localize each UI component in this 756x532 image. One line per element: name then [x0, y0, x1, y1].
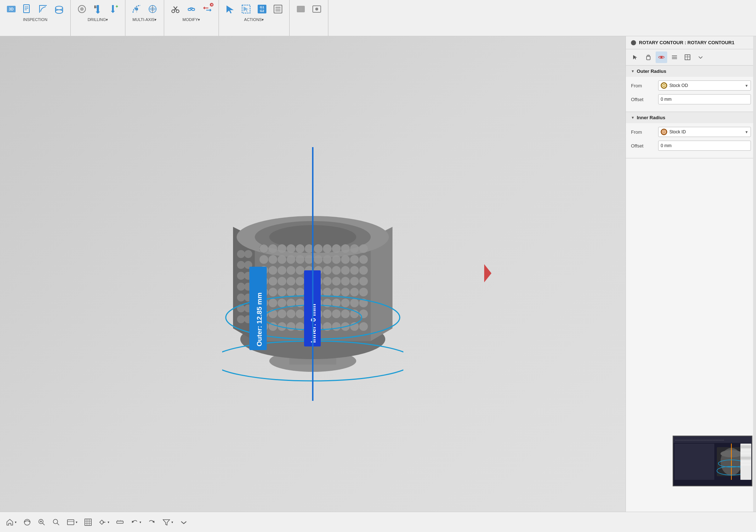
drill-add-btn[interactable]: +	[107, 2, 121, 16]
panel-btn-table[interactable]	[682, 51, 693, 63]
inner-offset-label: Offset	[631, 143, 655, 149]
outer-radius-body: From Stock OD ▼ Offset 0 mm	[626, 77, 756, 112]
svg-text:G1: G1	[260, 5, 264, 9]
svg-point-111	[341, 288, 350, 296]
svg-point-141	[287, 322, 295, 331]
modify-label[interactable]: MODIFY▾	[183, 17, 200, 22]
link-btn[interactable]	[184, 2, 198, 16]
model-area[interactable]: Outer: 12.85 mm Inner: 0 mm	[0, 36, 626, 512]
drilling-btn[interactable]	[91, 2, 105, 16]
3d-view-btn[interactable]: 3D	[4, 2, 18, 16]
more-btn[interactable]	[178, 516, 190, 529]
multiaxis-label[interactable]: MULTI-AXIS▾	[133, 17, 157, 22]
multiaxis-btn1[interactable]	[130, 2, 144, 16]
svg-point-123	[341, 299, 350, 307]
panel-btn-list[interactable]	[669, 51, 680, 63]
panel-btn-hand[interactable]	[643, 51, 654, 63]
snap-btn[interactable]: ▾	[96, 516, 112, 529]
home-btn[interactable]: ▾	[4, 516, 19, 529]
svg-point-75	[341, 255, 350, 264]
svg-marker-171	[484, 264, 491, 282]
sheet-btn[interactable]	[20, 2, 34, 16]
grid-btn[interactable]	[82, 516, 94, 529]
svg-rect-200	[741, 457, 751, 460]
panel-btn-eye[interactable]	[656, 51, 667, 63]
svg-point-151	[237, 261, 245, 269]
svg-rect-18	[112, 5, 114, 11]
svg-rect-202	[741, 464, 751, 466]
select-b-btn[interactable]	[239, 2, 253, 16]
inner-radius-from-row: From Stock ID ▼	[631, 127, 751, 137]
select-a-btn[interactable]	[223, 2, 237, 16]
measure-btn[interactable]	[114, 516, 126, 529]
inner-from-select[interactable]: Stock ID ▼	[658, 127, 751, 137]
svg-line-207	[42, 523, 45, 525]
svg-text:+: +	[116, 4, 118, 9]
inner-radius-header[interactable]: ▼ Inner Radius	[626, 112, 756, 123]
svg-point-17	[94, 7, 96, 8]
inner-offset-input[interactable]: 0 mm	[658, 141, 751, 151]
fabrication-btn1[interactable]	[75, 2, 89, 16]
svg-point-153	[237, 283, 245, 291]
m-btn1[interactable]	[294, 2, 308, 16]
svg-point-73	[323, 255, 332, 264]
actions-label[interactable]: ACTIONS▾	[244, 17, 264, 22]
multiaxis-btn2[interactable]	[146, 2, 159, 16]
outer-offset-label: Offset	[631, 97, 655, 102]
orbit-btn[interactable]	[21, 516, 33, 529]
outer-radius-label: Outer Radius	[637, 68, 666, 74]
svg-point-109	[323, 288, 332, 296]
outer-from-value: Stock OD	[669, 83, 688, 88]
svg-point-80	[278, 266, 286, 275]
profile-btn[interactable]	[36, 2, 50, 16]
display-mode-btn[interactable]: ▾	[65, 516, 80, 529]
svg-point-61	[323, 244, 332, 253]
svg-point-6	[55, 6, 63, 10]
zoom-in-btn[interactable]	[36, 516, 48, 529]
inspection-label: INSPECTION	[23, 17, 47, 22]
svg-point-128	[278, 309, 286, 318]
list-btn[interactable]	[271, 2, 285, 16]
svg-rect-201	[741, 461, 751, 463]
svg-point-91	[269, 277, 277, 286]
cylinder-top-btn[interactable]	[52, 2, 66, 16]
svg-point-115	[269, 299, 277, 307]
svg-point-157	[244, 250, 252, 258]
svg-point-110	[332, 288, 341, 296]
svg-point-15	[94, 5, 96, 7]
outer-from-select[interactable]: Stock OD ▼	[658, 80, 751, 91]
svg-point-69	[287, 255, 295, 264]
panel-btn-cursor[interactable]	[630, 51, 641, 63]
scissors-btn[interactable]	[169, 2, 182, 16]
g1g2-btn[interactable]: G1G2	[255, 2, 269, 16]
zoom-fit-btn[interactable]	[50, 516, 62, 529]
filter-btn[interactable]: ▾	[160, 516, 175, 529]
svg-point-85	[323, 266, 332, 275]
svg-point-77	[359, 255, 368, 264]
svg-rect-212	[67, 520, 74, 525]
mini-preview-content: ⋯⋯⋯⋯⋯⋯⋯⋯⋯⋯⋯⋯⋯⋯⋯⋯⋯	[673, 436, 752, 486]
panel-scrollbar[interactable]	[753, 36, 756, 512]
m-btn2[interactable]	[310, 2, 324, 16]
outer-radius-header[interactable]: ▼ Outer Radius	[626, 66, 756, 77]
svg-point-146	[332, 322, 341, 331]
main-toolbar: 3D INSPECTION +	[0, 0, 756, 36]
redo-btn[interactable]	[146, 516, 158, 529]
multiaxis-group: MULTI-AXIS▾	[125, 0, 164, 36]
svg-marker-19	[111, 11, 115, 13]
svg-point-55	[269, 244, 277, 253]
svg-point-57	[287, 244, 295, 253]
svg-point-40	[299, 7, 303, 11]
viewport-arrow	[482, 262, 493, 286]
svg-rect-203	[674, 444, 714, 480]
mini-preview: ⋯⋯⋯⋯⋯⋯⋯⋯⋯⋯⋯⋯⋯⋯⋯⋯⋯	[673, 436, 752, 486]
drilling-label[interactable]: DRILLING▾	[88, 17, 108, 22]
outer-offset-input[interactable]: 0 mm	[658, 94, 751, 104]
svg-rect-197	[741, 445, 751, 448]
svg-text:Outer: 12.85 mm: Outer: 12.85 mm	[256, 292, 263, 346]
replace-btn[interactable]: ✕	[200, 2, 214, 16]
panel-btn-chevron-down[interactable]	[695, 51, 706, 63]
svg-marker-227	[163, 520, 170, 525]
svg-point-112	[350, 288, 359, 296]
undo-btn[interactable]: ▾	[128, 516, 144, 529]
